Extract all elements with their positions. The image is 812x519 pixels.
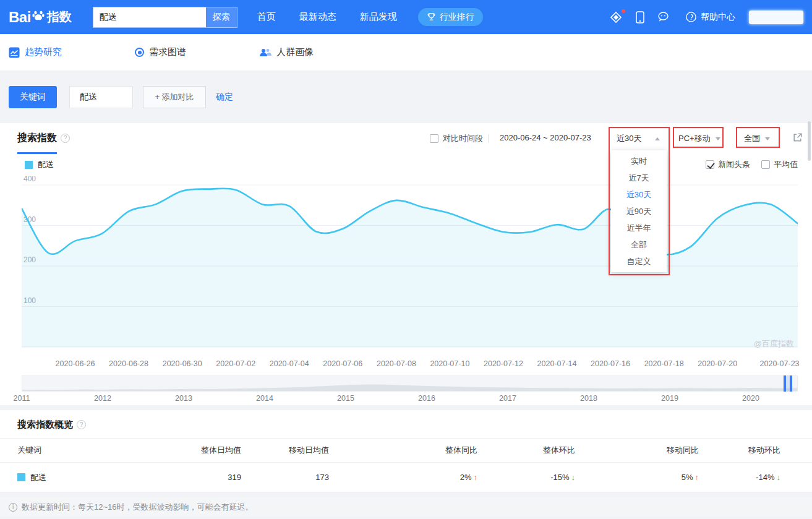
divider	[609, 134, 609, 143]
search-index-overview: 搜索指数概览 关键词 整体日均值 移动日均值 整体同比 整体环比 移动同比 移动…	[0, 410, 812, 492]
overview-title-text: 搜索指数概览	[17, 419, 73, 431]
tab-demand-graph-label: 需求图谱	[149, 46, 186, 58]
data-update-note: 数据更新时间：每天12~16时，受数据波动影响，可能会有延迟。	[0, 497, 812, 517]
svg-text:400: 400	[24, 176, 36, 183]
col-overall-yoy: 整体同比	[329, 445, 477, 456]
menu-option-half-year[interactable]: 近半年	[611, 220, 667, 236]
search-index-chart[interactable]: 100200300400 @百度指数	[22, 176, 798, 357]
x-tick-label: 2020-07-20	[698, 359, 737, 368]
external-link-icon[interactable]	[792, 132, 803, 145]
menu-option-last-30-days[interactable]: 近30天	[611, 186, 667, 203]
x-tick-label: 2020-07-04	[270, 359, 309, 368]
top-navigation: 首页 最新动态 新品发现	[257, 11, 397, 23]
region-dropdown[interactable]: 全国	[744, 133, 770, 144]
caret-up-icon	[655, 137, 660, 140]
table-header-row: 关键词 整体日均值 移动日均值 整体同比 整体环比 移动同比 移动环比	[0, 438, 812, 463]
tab-crowd-profile[interactable]: 人群画像	[259, 46, 314, 58]
caret-down-icon	[765, 137, 770, 140]
info-icon	[9, 503, 17, 512]
timeline-handle[interactable]	[784, 375, 792, 392]
menu-option-last-7-days[interactable]: 近7天	[611, 169, 667, 186]
timeline-years: 2011201220132014201520162017201820192020	[22, 394, 798, 405]
x-tick-label: 2020-07-18	[644, 359, 684, 368]
user-account-blurred[interactable]	[749, 11, 803, 24]
region-selected: 全国	[744, 133, 760, 144]
data-update-note-text: 数据更新时间：每天12~16时，受数据波动影响，可能会有延迟。	[22, 502, 254, 513]
checkbox-unchecked-icon	[430, 134, 438, 143]
scrollbar-thumb[interactable]	[808, 121, 811, 161]
x-tick-label: 2020-06-28	[109, 359, 148, 368]
platform-selected: PC+移动	[678, 133, 711, 144]
average-checkbox[interactable]: 平均值	[761, 159, 798, 170]
confirm-link[interactable]: 确定	[216, 92, 233, 103]
news-headlines-checkbox[interactable]: 新闻头条	[706, 159, 750, 170]
time-range-menu: 实时 近7天 近30天 近90天 近半年 全部 自定义	[611, 150, 667, 272]
baidu-index-logo[interactable]: Bai 指数	[9, 9, 72, 26]
tab-demand-graph[interactable]: 需求图谱	[135, 46, 186, 58]
paw-icon	[32, 9, 45, 22]
menu-option-realtime[interactable]: 实时	[611, 153, 667, 169]
platform-dropdown[interactable]: PC+移动	[678, 133, 720, 144]
news-headlines-label: 新闻头条	[718, 159, 750, 170]
table-row: 配送 319 173 2%↑ -15%↓ 5%↑ -14%↓	[0, 463, 812, 492]
menu-option-last-90-days[interactable]: 近90天	[611, 203, 667, 220]
wechat-icon[interactable]	[658, 12, 672, 23]
x-tick-label: 2020-07-02	[216, 359, 255, 368]
legend-color-swatch	[17, 473, 25, 481]
legend-color-swatch	[25, 161, 33, 169]
logo-text-zhishu: 指数	[47, 9, 72, 25]
tab-crowd-profile-label: 人群画像	[276, 46, 314, 58]
industry-ranking-label: 行业排行	[440, 12, 474, 23]
year-label: 2013	[175, 394, 192, 403]
down-arrow-icon: ↓	[777, 473, 781, 482]
year-label: 2011	[14, 394, 30, 403]
panel-title-text: 搜索指数	[17, 132, 57, 145]
time-range-dropdown[interactable]: 近30天	[617, 133, 660, 144]
demand-graph-icon	[135, 48, 144, 57]
add-compare-button[interactable]: + 添加对比	[143, 86, 206, 108]
year-label: 2019	[661, 394, 678, 403]
app-download-icon[interactable]	[610, 11, 622, 24]
handle-grip	[790, 375, 792, 392]
mobile-phone-icon[interactable]	[636, 11, 644, 24]
watermark: @百度指数	[754, 338, 794, 350]
help-center-link[interactable]: 帮助中心	[685, 11, 735, 23]
chart-card-header: 搜索指数 对比时间段 2020-06-24 ~ 2020-07-23 近30天 …	[0, 123, 812, 154]
nav-latest-news[interactable]: 最新动态	[299, 11, 336, 23]
keyword-button[interactable]: 关键词	[9, 86, 57, 108]
header-search: 探索	[93, 7, 237, 28]
legend-label: 配送	[38, 159, 54, 170]
checkbox-checked-icon	[706, 160, 714, 169]
question-icon[interactable]	[77, 420, 86, 429]
top-header: Bai 指数 探索 首页 最新动态 新品发现 行业排行	[0, 0, 812, 34]
search-input[interactable]	[93, 7, 206, 27]
help-icon	[685, 11, 697, 23]
compare-period-checkbox[interactable]: 对比时间段	[430, 133, 483, 144]
keyword-value-box[interactable]: 配送	[69, 86, 133, 108]
x-tick-label: 2020-06-26	[56, 359, 95, 368]
cell-overall-yoy: 2%↑	[329, 473, 477, 482]
year-label: 2015	[337, 394, 354, 403]
nav-new-products[interactable]: 新品发现	[360, 11, 397, 23]
col-mobile-yoy: 移动同比	[575, 445, 699, 456]
search-button[interactable]: 探索	[206, 7, 237, 27]
col-mobile-mom: 移动环比	[699, 445, 780, 456]
x-tick-label: 2020-07-23	[760, 359, 800, 368]
notification-dot	[622, 9, 625, 13]
section-tabs: 趋势研究 需求图谱 人群画像	[0, 34, 812, 71]
timeline-scrubber[interactable]	[22, 375, 798, 392]
nav-home[interactable]: 首页	[257, 11, 276, 23]
cell-keyword: 配送	[0, 472, 186, 483]
menu-option-custom[interactable]: 自定义	[611, 253, 667, 270]
menu-option-all[interactable]: 全部	[611, 236, 667, 253]
tab-trend-research[interactable]: 趋势研究	[9, 46, 62, 58]
col-mobile-avg: 移动日均值	[241, 445, 329, 456]
year-label: 2016	[418, 394, 435, 403]
x-tick-label: 2020-07-12	[484, 359, 523, 368]
date-range-text[interactable]: 2020-06-24 ~ 2020-07-23	[500, 133, 591, 142]
baidu-index-page: Bai 指数 探索 首页 最新动态 新品发现 行业排行	[0, 0, 812, 517]
question-icon[interactable]	[61, 134, 70, 143]
col-overall-avg: 整体日均值	[186, 445, 241, 456]
cell-overall-avg: 319	[186, 473, 241, 482]
industry-ranking-button[interactable]: 行业排行	[418, 8, 483, 26]
